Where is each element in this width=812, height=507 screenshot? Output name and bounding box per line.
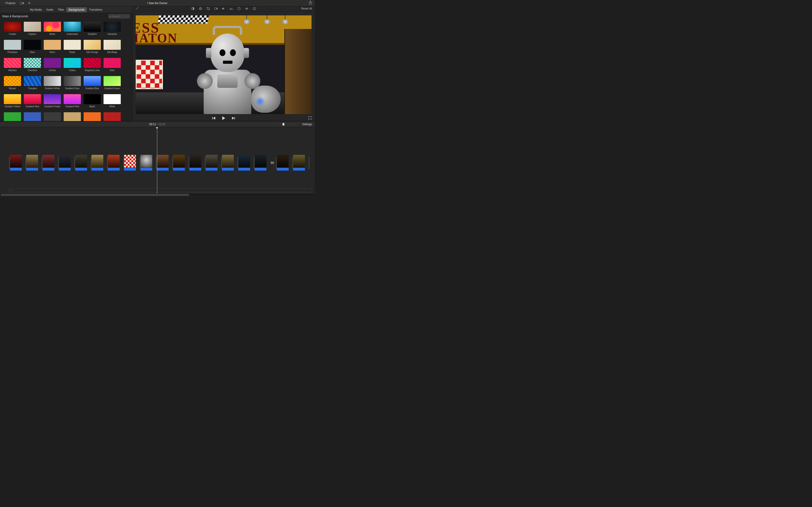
projects-back-button[interactable]: 〈 Projects [1,1,17,5]
playhead[interactable] [157,127,157,196]
timeline-clip[interactable] [277,155,291,171]
background-item[interactable]: Circles [43,58,62,71]
timeline-clip[interactable] [189,155,203,171]
timeline-clip[interactable] [141,155,155,171]
share-icon[interactable] [309,1,312,5]
noise-reduction-icon[interactable] [230,7,233,10]
import-media-icon[interactable] [20,2,24,5]
background-item[interactable]: White [102,94,122,108]
background-item[interactable]: Gradient Green [102,76,122,90]
background-item[interactable]: Orange [83,112,102,121]
backgrounds-grid[interactable]: CurtainOrganicBlobsUnderwaterGradientInd… [0,19,132,121]
clip-edge-handle[interactable] [172,156,173,169]
tab-titles[interactable]: Titles [55,7,66,12]
speed-icon[interactable] [237,7,241,10]
timeline-clip[interactable] [222,155,236,171]
background-item[interactable]: Gradient [83,22,102,35]
download-arrow-icon[interactable] [27,2,31,5]
crop-icon[interactable] [206,7,210,10]
timeline-clip[interactable] [75,155,89,171]
zoom-slider[interactable] [280,124,296,125]
clip-edge-handle[interactable] [238,156,238,169]
clip-edge-handle[interactable] [42,156,43,169]
timeline[interactable]: ♪ [0,127,315,196]
background-item[interactable]: Gradient Gray [62,76,82,90]
transition-icon[interactable] [270,161,274,165]
color-balance-icon[interactable] [191,7,195,10]
clip-edge-handle[interactable] [107,156,108,169]
tab-audio[interactable]: Audio [44,7,55,12]
reset-all-button[interactable]: Reset All [301,7,312,10]
color-correction-icon[interactable] [199,7,202,10]
volume-icon[interactable] [222,7,225,10]
background-item[interactable]: Checkers [23,58,42,71]
tab-backgrounds[interactable]: Backgrounds [66,7,87,12]
search-field[interactable]: ⌕ [108,14,130,18]
background-item[interactable]: Organic [23,22,42,35]
clip-edge-handle[interactable] [276,156,277,169]
fullscreen-button[interactable] [308,116,311,120]
background-item[interactable]: Industrial [102,22,122,35]
search-input[interactable] [112,15,126,18]
background-item[interactable]: Triangles [23,76,42,90]
timeline-clip[interactable] [255,155,269,171]
background-item[interactable]: Dots [102,58,122,71]
clip-edge-handle[interactable] [189,156,189,169]
timeline-scrollbar[interactable] [0,194,314,196]
clip-edge-handle[interactable] [74,156,75,169]
info-icon[interactable] [253,7,256,10]
clip-edge-handle[interactable] [58,156,59,169]
background-item[interactable]: Gray [43,112,62,121]
background-item[interactable]: Paper [62,40,82,53]
timeline-settings-button[interactable]: Settings [302,123,312,126]
timeline-clip[interactable] [92,155,106,171]
clip-edge-handle[interactable] [9,156,10,169]
preview-canvas[interactable]: ESS MATON [136,15,311,114]
background-item[interactable]: Pinstripes [3,40,22,53]
clip-edge-handle[interactable] [205,156,206,169]
background-item[interactable]: Gradient Purple [43,94,62,108]
tab-my-media[interactable]: My Media [28,7,44,12]
background-item[interactable]: Gradient Red [23,94,42,108]
background-item[interactable]: Green [3,112,22,121]
stabilize-icon[interactable] [214,7,218,10]
clip-edge-handle[interactable] [26,156,26,169]
next-frame-button[interactable] [232,117,235,120]
play-button[interactable] [221,116,226,120]
timeline-clip[interactable] [238,155,252,171]
background-item[interactable]: Gradient Pink [62,94,82,108]
timeline-clip[interactable] [124,155,138,171]
timeline-clip[interactable] [173,155,187,171]
timeline-clip[interactable] [293,155,307,171]
timeline-clip[interactable] [26,155,40,171]
background-item[interactable]: Underwater [62,22,82,35]
background-audio-lane[interactable]: ♪ [9,188,312,192]
clip-edge-handle[interactable] [123,156,124,169]
background-item[interactable]: Silk-Beige [102,40,122,53]
clip-edge-handle[interactable] [292,156,293,169]
clip-edge-handle[interactable] [254,156,255,169]
background-item[interactable]: Blue [23,112,42,121]
background-item[interactable]: Cubes [62,58,82,71]
clip-edge-handle[interactable] [140,156,141,169]
background-item[interactable]: Red [102,112,122,121]
timeline-clip[interactable] [43,155,57,171]
timeline-clip[interactable] [206,155,220,171]
timeline-clip[interactable] [108,155,122,171]
clip-edge-handle[interactable] [309,156,309,169]
background-item[interactable]: Silk-Orange [83,40,102,53]
clip-edge-handle[interactable] [156,156,157,169]
background-item[interactable]: Tan [62,112,82,121]
timeline-clip[interactable] [10,155,24,171]
timeline-clip[interactable] [157,155,171,171]
background-item[interactable]: Stars [23,40,42,53]
background-item[interactable]: Gradient Blue [83,76,102,90]
background-item[interactable]: Black [83,94,102,108]
background-item[interactable]: Retro [43,40,62,53]
clip-filter-icon[interactable] [245,7,249,10]
timeline-scrollbar-thumb[interactable] [1,194,189,196]
background-item[interactable]: Abstract [3,58,22,71]
background-item[interactable]: Gradient Yellow [3,94,22,108]
prev-frame-button[interactable] [212,117,216,120]
magic-wand-icon[interactable] [135,7,139,11]
